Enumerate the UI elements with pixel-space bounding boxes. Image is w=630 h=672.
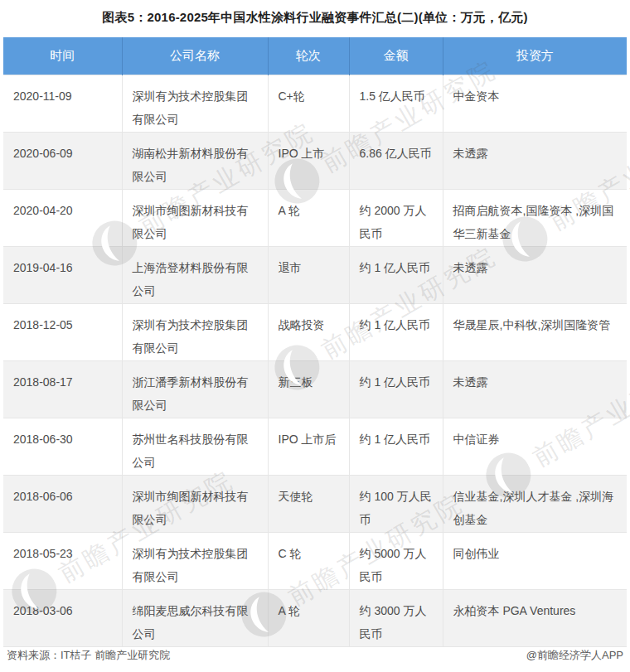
- cell-investor: 永柏资本 PGA Ventures: [443, 590, 627, 647]
- cell-amount: 约 1 亿人民币: [349, 418, 443, 476]
- cell-date: 2020-06-09: [3, 133, 122, 190]
- financing-events-table: 时间 公司名称 轮次 金额 投资方 2020-11-09 深圳有为技术控股集团有…: [3, 37, 627, 647]
- credit-note: @前瞻经济学人APP: [526, 648, 623, 663]
- col-header-investor: 投资方: [443, 37, 627, 75]
- source-note: 资料来源：IT桔子 前瞻产业研究院: [7, 648, 170, 663]
- cell-investor: 同创伟业: [443, 533, 627, 590]
- footer: 资料来源：IT桔子 前瞻产业研究院 @前瞻经济学人APP: [7, 648, 623, 663]
- cell-amount: 约 1 亿人民币: [349, 304, 443, 361]
- cell-round: C 轮: [268, 533, 349, 590]
- cell-amount: 约 100 万人民币: [349, 476, 443, 533]
- cell-date: 2018-05-23: [3, 533, 122, 590]
- table-row: 2020-04-20 深圳市绚图新材科技有限公司 A 轮 约 2000 万人民币…: [3, 190, 627, 247]
- cell-amount: 约 5000 万人民币: [349, 533, 443, 590]
- cell-company: 苏州世名科技股份有限公司: [122, 418, 268, 476]
- cell-round: C+轮: [268, 75, 349, 133]
- cell-amount: 6.86 亿人民币: [349, 133, 443, 190]
- cell-amount: 1.5 亿人民币: [349, 75, 443, 133]
- cell-round: 退市: [268, 247, 349, 304]
- cell-round: 天使轮: [268, 476, 349, 533]
- cell-round: A 轮: [268, 190, 349, 247]
- table-row: 2019-04-16 上海浩登材料股份有限公司 退市 约 1 亿人民币 未透露: [3, 247, 627, 304]
- cell-company: 湖南松井新材料股份有限公司: [122, 133, 268, 190]
- data-table: 时间 公司名称 轮次 金额 投资方 2020-11-09 深圳有为技术控股集团有…: [3, 37, 627, 647]
- cell-investor: 华晟星辰,中科牧,深圳国隆资管: [443, 304, 627, 361]
- cell-date: 2018-03-06: [3, 590, 122, 647]
- cell-company: 深圳有为技术控股集团有限公司: [122, 304, 268, 361]
- cell-company: 绵阳麦思威尔科技有限公司: [122, 590, 268, 647]
- col-header-time: 时间: [3, 37, 122, 75]
- table-row: 2020-06-09 湖南松井新材料股份有限公司 IPO 上市 6.86 亿人民…: [3, 133, 627, 190]
- cell-investor: 未透露: [443, 133, 627, 190]
- table-row: 2020-11-09 深圳有为技术控股集团有限公司 C+轮 1.5 亿人民币 中…: [3, 75, 627, 133]
- cell-date: 2020-11-09: [3, 75, 122, 133]
- table-row: 2018-08-17 浙江潘季新材料股份有限公司 新三板 约 1 亿人民币 未透…: [3, 361, 627, 418]
- cell-company: 浙江潘季新材料股份有限公司: [122, 361, 268, 418]
- cell-round: 战略投资: [268, 304, 349, 361]
- header-row: 时间 公司名称 轮次 金额 投资方: [3, 37, 627, 75]
- cell-date: 2018-06-30: [3, 418, 122, 476]
- cell-round: IPO 上市: [268, 133, 349, 190]
- cell-amount: 约 3000 万人民币: [349, 590, 443, 647]
- col-header-amount: 金额: [349, 37, 443, 75]
- cell-date: 2018-12-05: [3, 304, 122, 361]
- col-header-round: 轮次: [268, 37, 349, 75]
- cell-round: 新三板: [268, 361, 349, 418]
- cell-date: 2018-08-17: [3, 361, 122, 418]
- cell-investor: 中信证券: [443, 418, 627, 476]
- cell-round: IPO 上市后: [268, 418, 349, 476]
- cell-company: 深圳市绚图新材科技有限公司: [122, 190, 268, 247]
- cell-investor: 信业基金,深圳人才基金 ,深圳海创基金: [443, 476, 627, 533]
- cell-round: A 轮: [268, 590, 349, 647]
- cell-investor: 未透露: [443, 361, 627, 418]
- cell-amount: 约 1 亿人民币: [349, 247, 443, 304]
- cell-company: 上海浩登材料股份有限公司: [122, 247, 268, 304]
- cell-date: 2019-04-16: [3, 247, 122, 304]
- cell-investor: 未透露: [443, 247, 627, 304]
- cell-investor: 中金资本: [443, 75, 627, 133]
- cell-company: 深圳市绚图新材科技有限公司: [122, 476, 268, 533]
- cell-investor: 招商启航资本,国隆资本 ,深圳国华三新基金: [443, 190, 627, 247]
- cell-company: 深圳有为技术控股集团有限公司: [122, 533, 268, 590]
- table-row: 2018-03-06 绵阳麦思威尔科技有限公司 A 轮 约 3000 万人民币 …: [3, 590, 627, 647]
- cell-amount: 约 1 亿人民币: [349, 361, 443, 418]
- figure-title: 图表5：2016-2025年中国水性涂料行业融资事件汇总(二)(单位：万元，亿元…: [0, 10, 630, 26]
- col-header-company: 公司名称: [122, 37, 268, 75]
- cell-company: 深圳有为技术控股集团有限公司: [122, 75, 268, 133]
- table-row: 2018-06-06 深圳市绚图新材科技有限公司 天使轮 约 100 万人民币 …: [3, 476, 627, 533]
- table-row: 2018-06-30 苏州世名科技股份有限公司 IPO 上市后 约 1 亿人民币…: [3, 418, 627, 476]
- cell-date: 2018-06-06: [3, 476, 122, 533]
- table-row: 2018-12-05 深圳有为技术控股集团有限公司 战略投资 约 1 亿人民币 …: [3, 304, 627, 361]
- cell-amount: 约 2000 万人民币: [349, 190, 443, 247]
- cell-date: 2020-04-20: [3, 190, 122, 247]
- table-row: 2018-05-23 深圳有为技术控股集团有限公司 C 轮 约 5000 万人民…: [3, 533, 627, 590]
